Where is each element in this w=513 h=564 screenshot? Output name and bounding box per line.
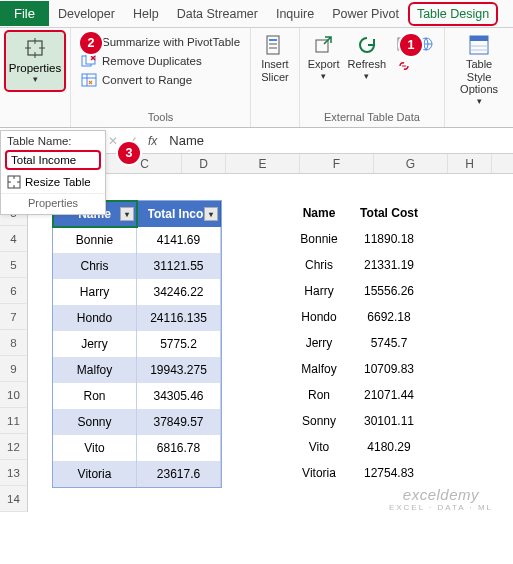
cell[interactable]: Bonnie bbox=[284, 226, 354, 252]
row-header[interactable]: 14 bbox=[0, 486, 28, 512]
tab-data-streamer[interactable]: Data Streamer bbox=[168, 2, 267, 26]
group-style-options: Table Style Options ▾ bbox=[445, 28, 513, 127]
chevron-down-icon: ▾ bbox=[33, 74, 38, 84]
remove-duplicates-button[interactable]: Remove Duplicates bbox=[81, 53, 240, 69]
table-name-header: Table Name: bbox=[1, 131, 105, 149]
row-header[interactable]: 6 bbox=[0, 278, 28, 304]
cell[interactable]: Vito bbox=[284, 434, 354, 460]
cell[interactable]: Malfoy bbox=[53, 357, 137, 383]
cost-header-name[interactable]: Name bbox=[284, 200, 354, 226]
tab-developer[interactable]: Developer bbox=[49, 2, 124, 26]
resize-table-button[interactable]: Resize Table bbox=[1, 171, 105, 193]
tab-help[interactable]: Help bbox=[124, 2, 168, 26]
convert-label: Convert to Range bbox=[102, 74, 192, 86]
cell[interactable]: Hondo bbox=[284, 304, 354, 330]
cell[interactable]: 30101.11 bbox=[354, 408, 424, 434]
row-header[interactable]: 4 bbox=[0, 226, 28, 252]
cell[interactable]: Jerry bbox=[53, 331, 137, 357]
formula-value[interactable]: Name bbox=[169, 133, 204, 148]
table-row: Chris21331.19 bbox=[284, 252, 424, 278]
row-header[interactable]: 8 bbox=[0, 330, 28, 356]
table-name-input[interactable]: Total Income bbox=[5, 150, 101, 170]
refresh-button[interactable]: Refresh ▾ bbox=[344, 30, 391, 98]
cell[interactable]: 6692.18 bbox=[354, 304, 424, 330]
cell[interactable]: 11890.18 bbox=[354, 226, 424, 252]
table-row: Harry15556.26 bbox=[284, 278, 424, 304]
cell[interactable]: 19943.275 bbox=[137, 357, 221, 383]
cell[interactable]: Harry bbox=[53, 279, 137, 305]
col-H[interactable]: H bbox=[448, 154, 492, 173]
properties-icon bbox=[25, 38, 45, 58]
cell[interactable]: Harry bbox=[284, 278, 354, 304]
table-row: Vito6816.78 bbox=[53, 435, 221, 461]
cost-block: Name Total Cost Bonnie11890.18Chris21331… bbox=[284, 200, 424, 486]
row-header[interactable]: 9 bbox=[0, 356, 28, 382]
filter-dropdown-icon[interactable]: ▾ bbox=[120, 207, 134, 221]
cancel-icon[interactable]: ✕ bbox=[108, 134, 118, 148]
summarize-label: Summarize with PivotTable bbox=[102, 36, 240, 48]
col-E[interactable]: E bbox=[226, 154, 300, 173]
cell[interactable]: 21071.44 bbox=[354, 382, 424, 408]
cell[interactable]: 15556.26 bbox=[354, 278, 424, 304]
cell[interactable]: Ron bbox=[53, 383, 137, 409]
remove-dupes-icon bbox=[81, 53, 97, 69]
income-header-total[interactable]: Total Income ▾ bbox=[137, 201, 221, 227]
cell[interactable]: 5775.2 bbox=[137, 331, 221, 357]
cell[interactable]: Malfoy bbox=[284, 356, 354, 382]
cell[interactable]: 10709.83 bbox=[354, 356, 424, 382]
filter-dropdown-icon[interactable]: ▾ bbox=[204, 207, 218, 221]
cell[interactable]: Chris bbox=[284, 252, 354, 278]
cost-header-total[interactable]: Total Cost bbox=[354, 200, 424, 226]
properties-button[interactable]: Properties ▾ bbox=[4, 30, 66, 92]
row-header[interactable]: 5 bbox=[0, 252, 28, 278]
cell[interactable]: 4180.29 bbox=[354, 434, 424, 460]
cell[interactable]: 12754.83 bbox=[354, 460, 424, 486]
mini-unlink-icon[interactable] bbox=[394, 56, 414, 76]
cell[interactable]: Vito bbox=[53, 435, 137, 461]
table-style-options-button[interactable]: Table Style Options ▾ bbox=[449, 30, 509, 106]
cell[interactable]: 24116.135 bbox=[137, 305, 221, 331]
file-tab[interactable]: File bbox=[0, 1, 49, 26]
row-header[interactable]: 13 bbox=[0, 460, 28, 486]
group-slicer: Insert Slicer bbox=[251, 28, 300, 127]
cell[interactable]: 21331.19 bbox=[354, 252, 424, 278]
cell[interactable]: 34246.22 bbox=[137, 279, 221, 305]
cell[interactable]: Chris bbox=[53, 253, 137, 279]
col-G[interactable]: G bbox=[374, 154, 448, 173]
callout-2: 2 bbox=[80, 32, 102, 54]
row-header[interactable]: 7 bbox=[0, 304, 28, 330]
cell[interactable]: 23617.6 bbox=[137, 461, 221, 487]
cell[interactable]: Vitoria bbox=[53, 461, 137, 487]
summarize-pivot-button[interactable]: Summarize with PivotTable bbox=[81, 34, 240, 50]
row-header[interactable]: 12 bbox=[0, 434, 28, 460]
remove-dupes-label: Remove Duplicates bbox=[102, 55, 202, 67]
resize-label: Resize Table bbox=[25, 176, 91, 188]
cell[interactable]: 37849.57 bbox=[137, 409, 221, 435]
tab-inquire[interactable]: Inquire bbox=[267, 2, 323, 26]
cell[interactable]: Sonny bbox=[53, 409, 137, 435]
cell[interactable]: Vitoria bbox=[284, 460, 354, 486]
insert-slicer-button[interactable]: Insert Slicer bbox=[257, 30, 293, 83]
cell[interactable]: 31121.55 bbox=[137, 253, 221, 279]
cell[interactable]: Sonny bbox=[284, 408, 354, 434]
tab-table-design[interactable]: Table Design bbox=[408, 2, 498, 26]
cell[interactable]: 4141.69 bbox=[137, 227, 221, 253]
cell[interactable]: Hondo bbox=[53, 305, 137, 331]
fx-icon[interactable]: fx bbox=[148, 134, 157, 148]
row-header[interactable]: 10 bbox=[0, 382, 28, 408]
cell[interactable]: 34305.46 bbox=[137, 383, 221, 409]
svg-rect-17 bbox=[269, 39, 277, 41]
col-F[interactable]: F bbox=[300, 154, 374, 173]
cell[interactable]: Ron bbox=[284, 382, 354, 408]
cell[interactable]: 6816.78 bbox=[137, 435, 221, 461]
export-button[interactable]: Export ▾ bbox=[304, 30, 344, 98]
cell[interactable]: 5745.7 bbox=[354, 330, 424, 356]
convert-to-range-button[interactable]: Convert to Range bbox=[81, 72, 240, 88]
ribbon-body: Properties ▾ Summarize with PivotTable R… bbox=[0, 28, 513, 128]
cell[interactable]: Jerry bbox=[284, 330, 354, 356]
col-D[interactable]: D bbox=[182, 154, 226, 173]
tab-power-pivot[interactable]: Power Pivot bbox=[323, 2, 408, 26]
cell[interactable]: Bonnie bbox=[53, 227, 137, 253]
table-row: Ron21071.44 bbox=[284, 382, 424, 408]
row-header[interactable]: 11 bbox=[0, 408, 28, 434]
